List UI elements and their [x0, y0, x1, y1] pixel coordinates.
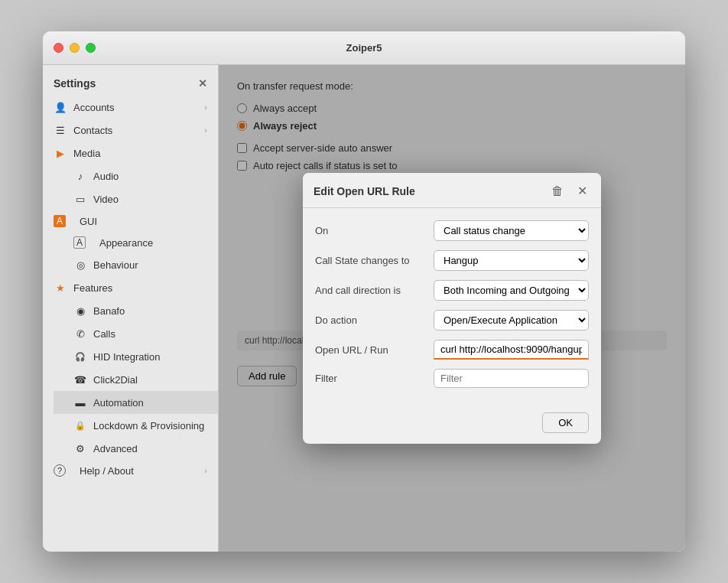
sidebar-sub-media: ♪ Audio ▭ Video [43, 164, 218, 210]
accounts-arrow: › [204, 103, 207, 112]
help-arrow: › [204, 466, 207, 475]
close-icon: ✕ [577, 184, 587, 197]
sidebar-item-label: Calls [93, 328, 115, 340]
on-label: On [315, 225, 434, 236]
sidebar-item-lockdown[interactable]: 🔒 Lockdown & Provisioning [54, 414, 218, 437]
contacts-icon: ☰ [54, 123, 67, 137]
titlebar: Zoiper5 [43, 31, 685, 65]
sidebar-item-label: Accounts [73, 102, 114, 113]
sidebar-item-calls[interactable]: ✆ Calls [54, 322, 218, 345]
sidebar-item-label: Features [73, 282, 112, 294]
automation-icon: ▬ [73, 396, 87, 409]
modal-call-state-row: Call State changes to HangupRingingConne… [315, 250, 589, 271]
behaviour-icon: ◎ [73, 258, 87, 272]
close-button[interactable] [54, 43, 63, 53]
sidebar-item-media[interactable]: ▶ Media [43, 142, 218, 164]
sidebar-item-label: Click2Dial [93, 374, 138, 386]
modal-on-row: On Call status changeIncoming callOutgoi… [315, 220, 589, 241]
modal-delete-button[interactable]: 🗑 [548, 183, 567, 200]
contacts-arrow: › [204, 125, 207, 135]
hid-icon: 🎧 [73, 350, 87, 363]
gui-icon: A [54, 215, 66, 227]
sidebar-item-gui[interactable]: A GUI [43, 210, 218, 232]
modal-body: On Call status changeIncoming callOutgoi… [303, 208, 601, 406]
minimize-button[interactable] [70, 43, 80, 53]
modal-action-row: Do action Open/Execute ApplicationOpen U… [315, 310, 589, 331]
sidebar-item-label: Contacts [73, 125, 112, 136]
advanced-icon: ⚙ [73, 441, 87, 455]
call-state-select[interactable]: HangupRingingConnectedBusy [434, 250, 589, 271]
sidebar-item-label: Behaviour [93, 259, 138, 271]
modal-url-row: Open URL / Run [315, 340, 589, 360]
direction-label: And call direction is [315, 285, 434, 296]
sidebar-item-accounts[interactable]: 👤 Accounts › [43, 96, 218, 119]
sidebar-item-video[interactable]: ▭ Video [54, 187, 218, 210]
sidebar-item-label: HID Integration [93, 351, 160, 363]
sidebar-item-contacts[interactable]: ☰ Contacts › [43, 119, 218, 142]
sidebar-item-label: Banafo [93, 305, 125, 317]
maximize-button[interactable] [86, 43, 96, 53]
modal-filter-row: Filter [315, 369, 589, 388]
sidebar-item-banafo[interactable]: ◉ Banafo [54, 299, 218, 322]
content-area: Settings ✕ 👤 Accounts › ☰ Contacts › ▶ M… [43, 65, 685, 552]
help-icon: ? [54, 464, 66, 477]
modal-close-button[interactable]: ✕ [574, 182, 590, 200]
on-select[interactable]: Call status changeIncoming callOutgoing … [434, 220, 589, 241]
sidebar-sub-gui: A Appearance ◎ Behaviour [43, 232, 218, 276]
audio-icon: ♪ [73, 169, 87, 183]
sidebar-item-label: Help / About [80, 465, 134, 477]
do-action-label: Do action [315, 314, 434, 326]
trash-icon: 🗑 [551, 184, 564, 197]
main-panel: On transfer request mode: Always accept … [219, 65, 685, 552]
sidebar-item-advanced[interactable]: ⚙ Advanced [54, 437, 218, 460]
edit-url-rule-modal: Edit Open URL Rule 🗑 ✕ On Call [303, 173, 601, 444]
modal-footer: OK [303, 406, 601, 444]
sidebar-item-label: Media [73, 148, 100, 159]
accounts-icon: 👤 [54, 100, 67, 114]
filter-label: Filter [315, 373, 434, 384]
traffic-lights [54, 43, 96, 53]
modal-title: Edit Open URL Rule [314, 185, 541, 197]
sidebar-sub-features: ◉ Banafo ✆ Calls 🎧 HID Integration ☎ Cli… [43, 299, 218, 460]
modal-overlay: Edit Open URL Rule 🗑 ✕ On Call [219, 65, 685, 552]
sidebar-item-appearance[interactable]: A Appearance [54, 232, 218, 253]
direction-select[interactable]: Both Incoming and OutgoingIncoming onlyO… [434, 280, 589, 301]
modal-titlebar: Edit Open URL Rule 🗑 ✕ [303, 173, 601, 208]
sidebar-header: Settings ✕ [43, 71, 218, 96]
sidebar-item-label: Appearance [99, 237, 153, 249]
calls-icon: ✆ [73, 327, 87, 340]
sidebar-item-behaviour[interactable]: ◎ Behaviour [54, 253, 218, 276]
sidebar-item-audio[interactable]: ♪ Audio [54, 164, 218, 187]
modal-direction-row: And call direction is Both Incoming and … [315, 280, 589, 301]
sidebar-item-hid[interactable]: 🎧 HID Integration [54, 345, 218, 368]
lockdown-icon: 🔒 [73, 419, 87, 432]
sidebar-item-automation[interactable]: ▬ Automation [54, 391, 218, 414]
appearance-icon: A [73, 236, 86, 249]
ok-button[interactable]: OK [542, 412, 589, 433]
sidebar-item-label: Video [93, 194, 119, 205]
features-icon: ★ [54, 281, 67, 295]
sidebar-item-label: GUI [80, 216, 97, 227]
sidebar-item-label: Advanced [93, 443, 138, 454]
video-icon: ▭ [73, 192, 87, 206]
sidebar-item-label: Automation [93, 397, 144, 409]
click2dial-icon: ☎ [73, 373, 87, 386]
call-state-label: Call State changes to [315, 255, 434, 266]
media-icon: ▶ [54, 146, 67, 160]
sidebar-item-features[interactable]: ★ Features [43, 276, 218, 299]
sidebar-title: Settings [54, 77, 96, 90]
open-url-input[interactable] [434, 340, 589, 360]
filter-input[interactable] [434, 369, 589, 388]
sidebar-item-label: Audio [93, 171, 119, 182]
do-action-select[interactable]: Open/Execute ApplicationOpen URL [434, 310, 589, 331]
main-window: Zoiper5 Settings ✕ 👤 Accounts › ☰ Contac… [43, 31, 685, 552]
window-title: Zoiper5 [346, 42, 382, 54]
open-url-label: Open URL / Run [315, 344, 434, 356]
sidebar: Settings ✕ 👤 Accounts › ☰ Contacts › ▶ M… [43, 65, 219, 552]
sidebar-item-click2dial[interactable]: ☎ Click2Dial [54, 368, 218, 391]
sidebar-close-button[interactable]: ✕ [198, 77, 207, 90]
sidebar-item-help[interactable]: ? Help / About › [43, 460, 218, 481]
banafo-icon: ◉ [73, 304, 87, 318]
sidebar-item-label: Lockdown & Provisioning [93, 420, 204, 432]
